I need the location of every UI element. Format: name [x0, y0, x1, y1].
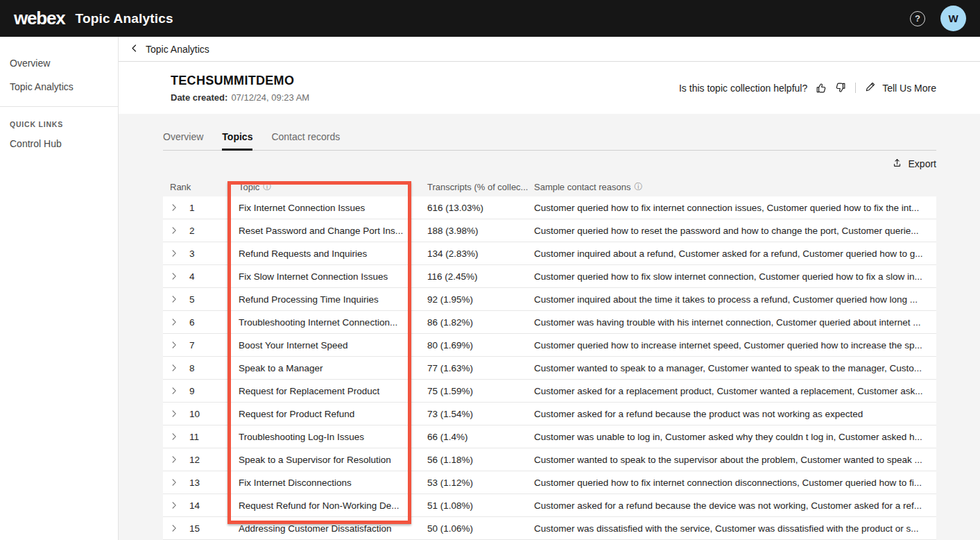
expand-chevron-icon[interactable] — [170, 432, 178, 441]
table-row[interactable]: 9 Request for Replacement Product 75 (1.… — [163, 380, 936, 403]
expand-chevron-icon[interactable] — [170, 318, 178, 326]
rank-value: 6 — [189, 317, 195, 328]
topic-cell: Speak to a Manager — [232, 363, 421, 373]
reasons-cell: Customer asked for a replacement product… — [528, 386, 936, 396]
topic-cell: Request for Product Refund — [232, 409, 421, 419]
rank-value: 11 — [189, 432, 199, 442]
expand-chevron-icon[interactable] — [170, 478, 178, 487]
rank-value: 9 — [189, 386, 195, 396]
column-header-rank: Rank — [163, 182, 232, 192]
topic-cell: Request for Replacement Product — [232, 386, 421, 396]
table-row[interactable]: 4 Fix Slow Internet Connection Issues 11… — [163, 265, 936, 288]
table-row[interactable]: 10 Request for Product Refund 73 (1.54%)… — [163, 403, 936, 425]
breadcrumb-label[interactable]: Topic Analytics — [146, 44, 209, 55]
rank-cell: 2 — [163, 226, 232, 236]
rank-value: 7 — [189, 340, 195, 351]
topic-cell: Refund Processing Time Inquiries — [232, 294, 421, 305]
expand-chevron-icon[interactable] — [170, 410, 178, 418]
tab-topics[interactable]: Topics — [222, 131, 252, 151]
content-body: Overview Topics Contact records Export R… — [119, 114, 980, 540]
export-button[interactable]: Export — [892, 158, 936, 170]
table-row[interactable]: 12 Speak to a Supervisor for Resolution … — [163, 448, 936, 471]
rank-cell: 4 — [163, 271, 232, 282]
rank-value: 14 — [189, 500, 200, 511]
rank-value: 1 — [189, 203, 195, 213]
topic-cell: Addressing Customer Dissatisfaction — [232, 523, 421, 534]
transcripts-cell: 51 (1.08%) — [421, 500, 528, 511]
rank-value: 15 — [189, 523, 200, 534]
sidebar-item-overview[interactable]: Overview — [0, 52, 118, 74]
app-title: Topic Analytics — [76, 11, 173, 26]
vertical-divider — [855, 83, 856, 93]
transcripts-cell: 50 (1.06%) — [421, 523, 528, 534]
expand-chevron-icon[interactable] — [170, 341, 178, 349]
reasons-cell: Customer queried how to reset the passwo… — [528, 226, 936, 236]
expand-chevron-icon[interactable] — [170, 203, 178, 212]
table-row[interactable]: 5 Refund Processing Time Inquiries 92 (1… — [163, 288, 936, 311]
feedback-bar: Is this topic collection helpful? Tell U… — [679, 81, 936, 94]
tab-bar: Overview Topics Contact records — [163, 114, 936, 151]
reasons-cell: Customer wanted to speak to a manager, C… — [528, 363, 936, 373]
table-row[interactable]: 13 Fix Internet Disconnections 53 (1.12%… — [163, 471, 936, 494]
table-header: Rank Topicⓘ Transcripts (% of collec... … — [163, 177, 936, 196]
pencil-icon — [865, 81, 876, 94]
table-row[interactable]: 3 Refund Requests and Inquiries 134 (2.8… — [163, 242, 936, 265]
rank-value: 8 — [189, 363, 195, 373]
tell-us-more-button[interactable]: Tell Us More — [865, 81, 936, 94]
sidebar-item-control-hub[interactable]: Control Hub — [0, 133, 118, 155]
expand-chevron-icon[interactable] — [170, 295, 178, 303]
expand-chevron-icon[interactable] — [170, 249, 178, 258]
table-row[interactable]: 15 Addressing Customer Dissatisfaction 5… — [163, 517, 936, 540]
table-row[interactable]: 2 Reset Password and Change Port Ins... … — [163, 219, 936, 242]
expand-chevron-icon[interactable] — [170, 364, 178, 372]
transcripts-cell: 134 (2.83%) — [421, 248, 528, 259]
table-row[interactable]: 8 Speak to a Manager 77 (1.63%) Customer… — [163, 357, 936, 380]
help-icon[interactable]: ? — [910, 11, 925, 26]
info-icon[interactable]: ⓘ — [263, 183, 271, 191]
transcripts-cell: 80 (1.69%) — [421, 340, 528, 351]
rank-value: 5 — [189, 294, 195, 305]
info-icon[interactable]: ⓘ — [634, 183, 642, 191]
sidebar-item-topic-analytics[interactable]: Topic Analytics — [0, 76, 118, 98]
expand-chevron-icon[interactable] — [170, 226, 178, 235]
tab-contact-records[interactable]: Contact records — [271, 131, 340, 151]
transcripts-cell: 53 (1.12%) — [421, 478, 528, 488]
expand-chevron-icon[interactable] — [170, 524, 178, 532]
expand-chevron-icon[interactable] — [170, 387, 178, 395]
column-header-reasons: Sample contact reasonsⓘ — [528, 182, 936, 192]
reasons-cell: Customer queried how to fix slow interne… — [528, 271, 936, 282]
reasons-cell: Customer queried how to increase interne… — [528, 340, 936, 351]
rank-value: 2 — [189, 226, 195, 236]
table-row[interactable]: 14 Request Refund for Non-Working De... … — [163, 494, 936, 517]
topic-cell: Troubleshooting Log-In Issues — [232, 432, 421, 442]
expand-chevron-icon[interactable] — [170, 501, 178, 509]
transcripts-cell: 77 (1.63%) — [421, 363, 528, 373]
rank-cell: 10 — [163, 409, 232, 419]
rank-cell: 15 — [163, 523, 232, 534]
date-created-label: Date created: — [171, 92, 227, 103]
tab-overview[interactable]: Overview — [163, 131, 203, 151]
table-row[interactable]: 7 Boost Your Internet Speed 80 (1.69%) C… — [163, 334, 936, 357]
table-row[interactable]: 11 Troubleshooting Log-In Issues 66 (1.4… — [163, 425, 936, 448]
expand-chevron-icon[interactable] — [170, 455, 178, 464]
topic-cell: Fix Internet Connection Issues — [232, 203, 421, 213]
expand-chevron-icon[interactable] — [170, 272, 178, 280]
rank-value: 4 — [189, 271, 195, 282]
avatar[interactable]: W — [940, 6, 966, 31]
back-button[interactable]: Topic Analytics — [130, 43, 209, 56]
topic-cell: Fix Internet Disconnections — [232, 478, 421, 488]
webex-logo: webex — [14, 8, 65, 29]
page-title: TECHSUMMITDEMO — [171, 74, 309, 88]
transcripts-cell: 86 (1.82%) — [421, 317, 528, 328]
topic-cell: Refund Requests and Inquiries — [232, 248, 421, 259]
table-row[interactable]: 6 Troubleshooting Internet Connection...… — [163, 311, 936, 334]
rank-cell: 1 — [163, 203, 232, 213]
date-created-value: 07/12/24, 09:23 AM — [231, 92, 309, 103]
rank-value: 12 — [189, 455, 200, 465]
thumbs-down-button[interactable] — [834, 82, 846, 94]
transcripts-cell: 116 (2.45%) — [421, 271, 528, 282]
rank-cell: 14 — [163, 500, 232, 511]
reasons-cell: Customer inquired about a refund, Custom… — [528, 248, 936, 259]
table-row[interactable]: 1 Fix Internet Connection Issues 616 (13… — [163, 196, 936, 219]
thumbs-up-button[interactable] — [816, 82, 827, 94]
